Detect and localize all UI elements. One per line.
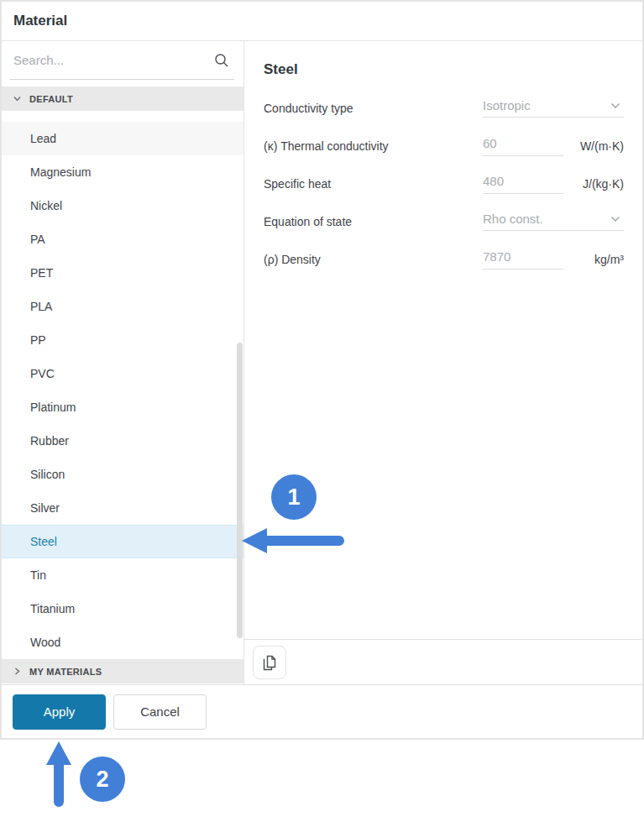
property-unit: J/(kg·K) [563,177,624,191]
property-dropdown[interactable]: Isotropic [483,98,624,118]
property-row: Conductivity type Isotropic [264,89,624,127]
material-sidebar: DEFAULT Lead Magnesium Nickel PA PET PLA… [2,41,244,684]
material-item-label: PA [30,233,45,246]
material-list-item[interactable]: Tin [2,558,243,592]
property-row: (ρ) Density kg/m³ [264,240,624,278]
annotation-arrow-left-icon [242,526,346,558]
search-icon[interactable] [214,53,229,68]
apply-button[interactable]: Apply [13,694,106,730]
property-label: (κ) Thermal conductivity [264,139,483,153]
annotation-arrow-up-icon [45,741,73,811]
action-bar: Apply Cancel [2,684,642,738]
material-item-label: Tin [30,568,46,582]
dropdown-value: Isotropic [483,98,531,113]
property-input[interactable] [483,174,563,188]
material-list-item[interactable]: Magnesium [2,155,243,189]
material-list-item[interactable]: PP [2,323,243,357]
dialog-header: Material [2,2,642,41]
material-item-label: PP [30,333,46,347]
page-title: Material [13,13,67,29]
material-list-item[interactable]: Wood [2,626,243,659]
property-input[interactable] [483,136,563,150]
cancel-button[interactable]: Cancel [113,694,207,730]
property-label: Conductivity type [264,102,483,115]
property-dropdown[interactable]: Rho const. [483,212,624,231]
search-input[interactable] [10,53,234,67]
search-box [10,41,234,80]
screenshot-stage: Material [0,0,644,822]
material-item-label: Magnesium [30,165,91,179]
material-item-label: Wood [30,636,60,649]
material-list-item[interactable]: PET [2,256,243,290]
chevron-down-icon [610,102,620,109]
material-list-item[interactable]: Nickel [2,189,243,223]
material-item-label: Titanium [30,602,75,615]
property-unit: kg/m³ [563,253,624,266]
material-item-label: Nickel [30,199,62,212]
material-list: Lead Magnesium Nickel PA PET PLA PP PVC … [2,111,243,659]
material-list-item[interactable]: PA [2,223,243,256]
material-detail-panel: Steel Conductivity type Isotropic (κ) Th… [244,41,642,684]
material-list-item[interactable]: Silver [2,491,243,525]
section-label: DEFAULT [29,94,73,104]
material-dialog: Material [0,0,644,740]
property-input[interactable] [483,249,563,264]
chevron-down-icon [13,94,22,103]
material-list-item[interactable]: Steel [2,525,243,558]
material-list-item[interactable]: Titanium [2,592,243,626]
material-list-item[interactable]: PVC [2,357,243,390]
chevron-right-icon [13,667,22,676]
material-item-label: PET [30,266,53,280]
annotation-step-1-badge: 1 [271,474,317,520]
detail-footer [244,639,642,684]
material-list-item[interactable]: Lead [2,122,243,155]
property-row: Specific heat J/(kg·K) [264,165,624,202]
material-item-label: Steel [30,535,57,548]
dialog-body: DEFAULT Lead Magnesium Nickel PA PET PLA… [2,41,642,684]
dropdown-value: Rho const. [483,212,543,226]
detail-title: Steel [264,61,624,78]
copy-icon [261,653,278,672]
sidebar-section-my-materials[interactable]: MY MATERIALS [2,659,243,683]
annotation-step-2-badge: 2 [80,757,125,802]
material-list-item[interactable]: Silicon [2,458,243,491]
property-fields: Conductivity type Isotropic (κ) Thermal … [264,89,624,278]
property-row: (κ) Thermal conductivity W/(m·K) [264,127,624,165]
sidebar-section-default[interactable]: DEFAULT [2,86,243,111]
chevron-down-icon [610,216,620,223]
material-list-item[interactable]: Platinum [2,390,243,424]
section-label: MY MATERIALS [29,667,102,677]
material-item-label: Lead [30,132,56,145]
property-unit: W/(m·K) [563,139,624,153]
material-item-label: PVC [30,367,55,380]
scrollbar-thumb[interactable] [237,343,243,638]
material-list-item[interactable]: PLA [2,290,243,323]
material-item-label: PLA [30,300,52,313]
material-item-label: Rubber [30,434,69,448]
property-row: Equation of state Rho const. [264,202,624,240]
material-item-label: Silicon [30,468,65,481]
property-label: Specific heat [264,177,483,191]
property-label: Equation of state [264,215,483,228]
material-list-item[interactable]: Rubber [2,424,243,458]
copy-material-button[interactable] [253,646,286,679]
material-item-label: Platinum [30,401,76,414]
material-item-label: Silver [30,501,60,515]
property-label: (ρ) Density [264,253,483,266]
